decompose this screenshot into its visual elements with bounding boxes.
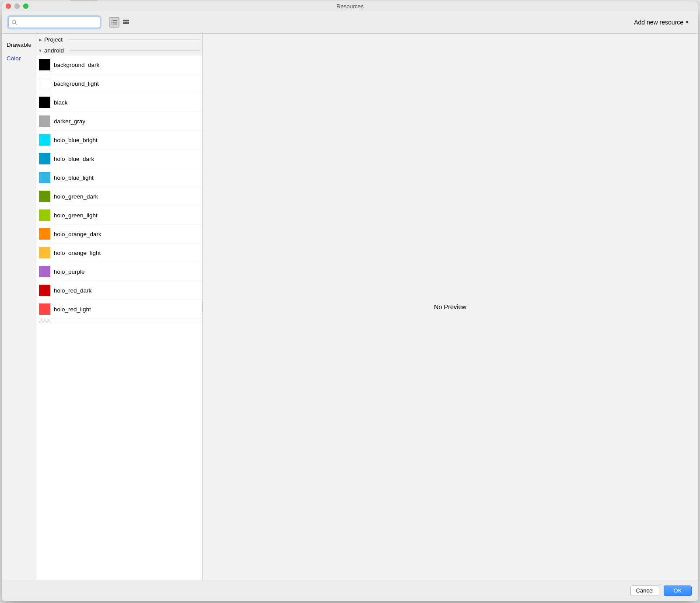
color-swatch	[39, 209, 50, 221]
resource-row[interactable]: holo_orange_light	[36, 244, 202, 262]
dialog-body: DrawableColor ▶Project▼androidbackground…	[2, 34, 508, 437]
color-swatch	[39, 78, 50, 89]
resource-name: holo_orange_light	[54, 250, 101, 256]
color-swatch	[39, 115, 50, 127]
svg-rect-9	[125, 20, 127, 21]
color-swatch	[39, 191, 50, 202]
resource-name: holo_green_dark	[54, 193, 98, 200]
grid-view-icon	[123, 19, 129, 25]
dialog-title: Resources	[2, 3, 508, 10]
color-swatch	[39, 266, 50, 277]
category-drawable[interactable]: Drawable	[2, 38, 36, 52]
color-swatch	[39, 97, 50, 108]
preview-pane: No Preview	[203, 34, 508, 437]
section-rule	[69, 50, 200, 51]
window-controls	[6, 3, 28, 9]
view-toggle	[109, 17, 131, 28]
resource-name: darker_gray	[54, 118, 85, 125]
resource-name: holo_blue_bright	[54, 137, 98, 143]
resource-name: holo_purple	[54, 268, 85, 275]
search-field-wrap[interactable]	[8, 17, 100, 28]
minimize-window-button[interactable]	[14, 3, 20, 9]
resource-row[interactable]: background_dark	[36, 56, 202, 74]
resource-row[interactable]: holo_orange_dark	[36, 225, 202, 244]
svg-point-4	[112, 22, 112, 23]
svg-rect-11	[123, 22, 125, 24]
resource-name: holo_orange_dark	[54, 231, 102, 237]
resources-dialog: Resources	[2, 1, 508, 437]
maximize-window-button[interactable]	[23, 3, 28, 9]
preview-text: No Preview	[434, 303, 466, 310]
resource-row[interactable]: holo_red_light	[36, 300, 202, 319]
svg-rect-7	[113, 24, 117, 24]
svg-point-0	[12, 20, 16, 24]
color-swatch	[39, 153, 50, 164]
svg-rect-8	[123, 20, 125, 21]
color-swatch	[39, 134, 50, 146]
toolbar: Add new resource ▼	[2, 11, 508, 34]
resource-row[interactable]: holo_blue_dark	[36, 150, 202, 168]
resource-name: background_dark	[54, 62, 99, 68]
resource-row[interactable]: holo_red_dark	[36, 281, 202, 300]
titlebar: Resources	[2, 1, 508, 11]
section-label: Project	[44, 36, 63, 43]
resource-name: holo_green_light	[54, 212, 98, 219]
svg-rect-13	[127, 22, 129, 24]
category-sidebar: DrawableColor	[2, 34, 36, 437]
svg-line-1	[15, 23, 17, 24]
section-rule	[68, 39, 200, 40]
list-view-icon	[111, 19, 117, 25]
section-header-android[interactable]: ▼android	[36, 45, 202, 56]
section-label: android	[44, 47, 64, 54]
disclosure-triangle-icon: ▶	[38, 38, 42, 42]
svg-point-2	[112, 20, 112, 21]
category-color[interactable]: Color	[2, 52, 36, 65]
svg-rect-12	[125, 22, 127, 24]
pane-resize-handle[interactable]	[201, 300, 204, 314]
svg-rect-10	[127, 20, 129, 21]
resource-name: black	[54, 99, 68, 106]
close-window-button[interactable]	[6, 3, 11, 9]
resource-name: holo_blue_dark	[54, 156, 94, 162]
view-grid-button[interactable]	[121, 17, 131, 28]
resource-row[interactable]: black	[36, 93, 202, 112]
color-swatch	[39, 247, 50, 258]
resource-row[interactable]: holo_green_light	[36, 206, 202, 225]
search-input[interactable]	[19, 19, 97, 25]
svg-point-6	[112, 24, 112, 24]
resource-row[interactable]: background_light	[36, 74, 202, 93]
color-swatch	[39, 172, 50, 183]
section-header-project[interactable]: ▶Project	[36, 34, 202, 45]
color-swatch	[39, 303, 50, 315]
resource-row[interactable]	[36, 319, 202, 323]
resource-name: holo_red_dark	[54, 287, 91, 294]
color-swatch	[39, 228, 50, 240]
resource-row[interactable]: darker_gray	[36, 112, 202, 131]
color-swatch	[39, 285, 50, 296]
view-list-button[interactable]	[109, 17, 119, 28]
resource-row[interactable]: holo_green_dark	[36, 187, 202, 206]
svg-rect-3	[113, 20, 117, 21]
resource-row[interactable]: holo_purple	[36, 262, 202, 281]
color-swatch	[39, 59, 50, 70]
disclosure-triangle-icon: ▼	[38, 49, 42, 53]
resource-row[interactable]: holo_blue_light	[36, 168, 202, 187]
search-icon	[11, 19, 17, 25]
resource-row[interactable]: holo_blue_bright	[36, 131, 202, 150]
resource-name: holo_blue_light	[54, 174, 94, 181]
resource-name: background_light	[54, 80, 99, 87]
svg-rect-5	[113, 22, 117, 23]
color-swatch	[39, 319, 50, 323]
resource-list[interactable]: ▶Project▼androidbackground_darkbackgroun…	[36, 34, 203, 437]
resource-name: holo_red_light	[54, 306, 91, 313]
